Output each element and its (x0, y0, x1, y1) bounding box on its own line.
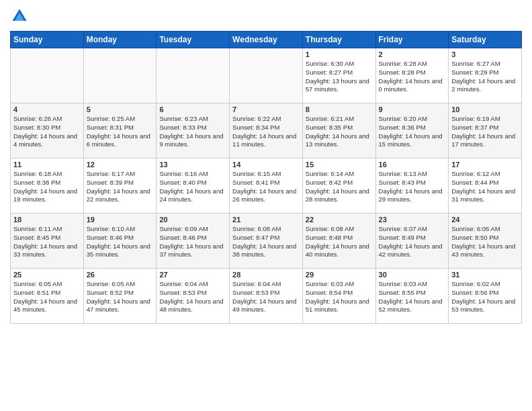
calendar-day-cell: 2Sunrise: 6:28 AMSunset: 8:28 PMDaylight… (375, 48, 449, 103)
calendar-day-cell: 10Sunrise: 6:19 AMSunset: 8:37 PMDayligh… (449, 103, 522, 158)
day-info: Sunrise: 6:17 AMSunset: 8:39 PMDaylight:… (87, 170, 154, 204)
day-number: 20 (159, 216, 226, 224)
day-info: Sunrise: 6:14 AMSunset: 8:42 PMDaylight:… (306, 170, 373, 204)
day-number: 10 (451, 105, 519, 113)
day-info: Sunrise: 6:27 AMSunset: 8:29 PMDaylight:… (451, 60, 519, 94)
day-info: Sunrise: 6:23 AMSunset: 8:33 PMDaylight:… (159, 115, 226, 149)
day-info: Sunrise: 6:10 AMSunset: 8:46 PMDaylight:… (87, 225, 154, 259)
calendar-day-cell: 31Sunrise: 6:02 AMSunset: 8:56 PMDayligh… (449, 269, 522, 324)
calendar-day-cell: 26Sunrise: 6:05 AMSunset: 8:52 PMDayligh… (83, 269, 157, 324)
day-info: Sunrise: 6:16 AMSunset: 8:40 PMDaylight:… (159, 170, 226, 204)
day-info: Sunrise: 6:06 AMSunset: 8:50 PMDaylight:… (451, 225, 519, 259)
calendar-day-cell: 27Sunrise: 6:04 AMSunset: 8:53 PMDayligh… (157, 269, 230, 324)
calendar-day-cell: 5Sunrise: 6:25 AMSunset: 8:31 PMDaylight… (83, 103, 157, 158)
calendar-table: SundayMondayTuesdayWednesdayThursdayFrid… (10, 31, 522, 324)
day-number: 15 (306, 161, 373, 169)
calendar-day-cell: 14Sunrise: 6:15 AMSunset: 8:41 PMDayligh… (230, 158, 303, 214)
calendar-day-header: Monday (83, 32, 157, 48)
day-number: 17 (451, 161, 519, 169)
day-info: Sunrise: 6:04 AMSunset: 8:53 PMDaylight:… (232, 280, 300, 314)
day-number: 25 (13, 271, 81, 279)
day-info: Sunrise: 6:03 AMSunset: 8:54 PMDaylight:… (306, 280, 373, 314)
calendar-day-header: Wednesday (230, 32, 303, 48)
day-number: 19 (87, 216, 154, 224)
calendar-day-cell: 23Sunrise: 6:07 AMSunset: 8:49 PMDayligh… (375, 214, 449, 269)
day-number: 11 (13, 161, 81, 169)
calendar-day-cell: 4Sunrise: 6:26 AMSunset: 8:30 PMDaylight… (11, 103, 84, 158)
calendar-day-cell: 17Sunrise: 6:12 AMSunset: 8:44 PMDayligh… (449, 158, 522, 214)
calendar-day-header: Tuesday (157, 32, 230, 48)
day-number: 18 (13, 216, 81, 224)
calendar-week-row: 25Sunrise: 6:05 AMSunset: 8:51 PMDayligh… (11, 269, 522, 324)
day-info: Sunrise: 6:18 AMSunset: 8:38 PMDaylight:… (13, 170, 81, 204)
day-number: 4 (13, 105, 81, 113)
day-info: Sunrise: 6:13 AMSunset: 8:43 PMDaylight:… (379, 170, 446, 204)
calendar-day-header: Saturday (449, 32, 522, 48)
day-number: 2 (379, 50, 446, 58)
day-info: Sunrise: 6:21 AMSunset: 8:35 PMDaylight:… (306, 115, 373, 149)
day-info: Sunrise: 6:25 AMSunset: 8:31 PMDaylight:… (87, 115, 154, 149)
day-number: 30 (379, 271, 446, 279)
day-number: 26 (87, 271, 154, 279)
calendar-day-cell (11, 48, 84, 103)
day-info: Sunrise: 6:05 AMSunset: 8:52 PMDaylight:… (87, 280, 154, 314)
day-info: Sunrise: 6:15 AMSunset: 8:41 PMDaylight:… (232, 170, 300, 204)
day-number: 24 (451, 216, 519, 224)
calendar-day-cell: 29Sunrise: 6:03 AMSunset: 8:54 PMDayligh… (302, 269, 375, 324)
calendar-day-cell: 19Sunrise: 6:10 AMSunset: 8:46 PMDayligh… (83, 214, 157, 269)
calendar-day-cell: 1Sunrise: 6:30 AMSunset: 8:27 PMDaylight… (302, 48, 375, 103)
logo-icon (10, 7, 29, 26)
day-number: 14 (232, 161, 300, 169)
calendar-day-cell: 13Sunrise: 6:16 AMSunset: 8:40 PMDayligh… (157, 158, 230, 214)
day-info: Sunrise: 6:08 AMSunset: 8:48 PMDaylight:… (306, 225, 373, 259)
day-info: Sunrise: 6:03 AMSunset: 8:55 PMDaylight:… (379, 280, 446, 314)
day-info: Sunrise: 6:30 AMSunset: 8:27 PMDaylight:… (306, 60, 373, 94)
day-number: 8 (306, 105, 373, 113)
day-number: 5 (87, 105, 154, 113)
calendar-day-cell (230, 48, 303, 103)
calendar-day-cell: 8Sunrise: 6:21 AMSunset: 8:35 PMDaylight… (302, 103, 375, 158)
day-info: Sunrise: 6:19 AMSunset: 8:37 PMDaylight:… (451, 115, 519, 149)
day-number: 21 (232, 216, 300, 224)
day-number: 28 (232, 271, 300, 279)
calendar-day-cell (157, 48, 230, 103)
day-info: Sunrise: 6:08 AMSunset: 8:47 PMDaylight:… (232, 225, 300, 259)
day-info: Sunrise: 6:20 AMSunset: 8:36 PMDaylight:… (379, 115, 446, 149)
day-info: Sunrise: 6:04 AMSunset: 8:53 PMDaylight:… (159, 280, 226, 314)
page: SundayMondayTuesdayWednesdayThursdayFrid… (0, 0, 532, 411)
day-number: 27 (159, 271, 226, 279)
day-info: Sunrise: 6:12 AMSunset: 8:44 PMDaylight:… (451, 170, 519, 204)
calendar-day-cell: 6Sunrise: 6:23 AMSunset: 8:33 PMDaylight… (157, 103, 230, 158)
calendar-week-row: 1Sunrise: 6:30 AMSunset: 8:27 PMDaylight… (11, 48, 522, 103)
day-number: 12 (87, 161, 154, 169)
calendar-day-cell: 20Sunrise: 6:09 AMSunset: 8:46 PMDayligh… (157, 214, 230, 269)
day-number: 31 (451, 271, 519, 279)
day-number: 7 (232, 105, 300, 113)
calendar-day-cell: 21Sunrise: 6:08 AMSunset: 8:47 PMDayligh… (230, 214, 303, 269)
calendar-day-cell: 16Sunrise: 6:13 AMSunset: 8:43 PMDayligh… (375, 158, 449, 214)
header (10, 7, 522, 26)
calendar-week-row: 18Sunrise: 6:11 AMSunset: 8:45 PMDayligh… (11, 214, 522, 269)
calendar-day-cell: 22Sunrise: 6:08 AMSunset: 8:48 PMDayligh… (302, 214, 375, 269)
calendar-day-cell: 3Sunrise: 6:27 AMSunset: 8:29 PMDaylight… (449, 48, 522, 103)
calendar-day-cell: 28Sunrise: 6:04 AMSunset: 8:53 PMDayligh… (230, 269, 303, 324)
calendar-day-header: Sunday (11, 32, 84, 48)
calendar-day-header: Thursday (302, 32, 375, 48)
calendar-day-cell: 18Sunrise: 6:11 AMSunset: 8:45 PMDayligh… (11, 214, 84, 269)
calendar-day-cell: 11Sunrise: 6:18 AMSunset: 8:38 PMDayligh… (11, 158, 84, 214)
logo (10, 7, 32, 26)
day-info: Sunrise: 6:22 AMSunset: 8:34 PMDaylight:… (232, 115, 300, 149)
day-number: 9 (379, 105, 446, 113)
calendar-day-cell: 12Sunrise: 6:17 AMSunset: 8:39 PMDayligh… (83, 158, 157, 214)
day-info: Sunrise: 6:11 AMSunset: 8:45 PMDaylight:… (13, 225, 81, 259)
calendar-day-cell: 7Sunrise: 6:22 AMSunset: 8:34 PMDaylight… (230, 103, 303, 158)
calendar-week-row: 4Sunrise: 6:26 AMSunset: 8:30 PMDaylight… (11, 103, 522, 158)
day-info: Sunrise: 6:02 AMSunset: 8:56 PMDaylight:… (451, 280, 519, 314)
day-info: Sunrise: 6:05 AMSunset: 8:51 PMDaylight:… (13, 280, 81, 314)
calendar-day-cell: 15Sunrise: 6:14 AMSunset: 8:42 PMDayligh… (302, 158, 375, 214)
day-info: Sunrise: 6:07 AMSunset: 8:49 PMDaylight:… (379, 225, 446, 259)
calendar-day-cell: 25Sunrise: 6:05 AMSunset: 8:51 PMDayligh… (11, 269, 84, 324)
day-number: 6 (159, 105, 226, 113)
day-number: 23 (379, 216, 446, 224)
day-number: 22 (306, 216, 373, 224)
